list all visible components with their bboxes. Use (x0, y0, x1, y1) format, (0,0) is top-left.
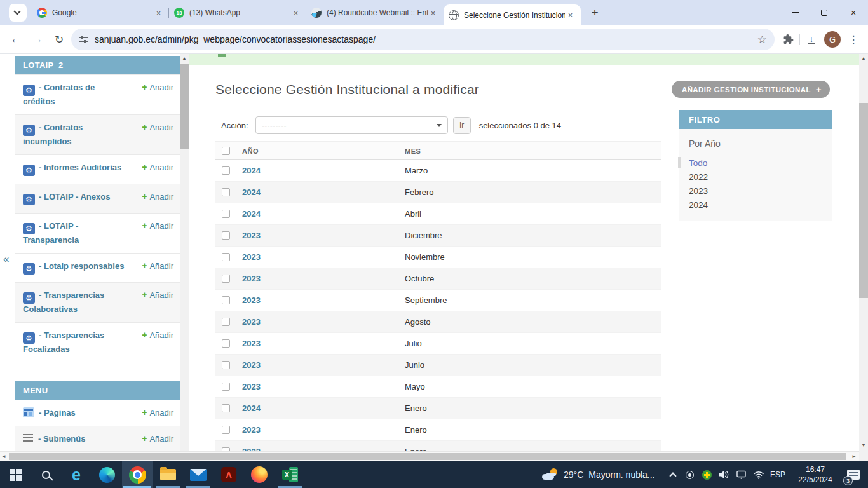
taskbar-edge[interactable] (92, 461, 122, 488)
filter-option-todo[interactable]: Todo (689, 156, 822, 170)
tray-antivirus-icon[interactable] (698, 461, 715, 488)
year-link[interactable]: 2023 (242, 247, 261, 268)
taskbar-firefox[interactable] (244, 461, 275, 488)
tab-google[interactable]: Google × (32, 0, 169, 25)
add-link[interactable]: +Añadir (142, 122, 173, 133)
taskbar-chrome[interactable] (122, 461, 153, 488)
tab-close-icon[interactable]: × (153, 8, 164, 18)
tab-close-icon[interactable]: × (428, 8, 438, 18)
scroll-right-arrow[interactable]: ► (851, 454, 857, 459)
tray-network-button[interactable] (750, 461, 767, 488)
row-checkbox[interactable] (222, 210, 230, 218)
row-checkbox[interactable] (222, 426, 230, 434)
select-all-checkbox[interactable] (222, 147, 230, 155)
tray-display-button[interactable] (733, 461, 750, 488)
year-link[interactable]: 2023 (242, 376, 261, 398)
taskbar-clock[interactable]: 16:47 22/5/2024 (791, 464, 839, 485)
tray-volume-button[interactable] (715, 461, 733, 488)
scrollbar-thumb[interactable] (859, 103, 868, 298)
sidebar-collapse-button[interactable]: « (3, 253, 9, 266)
model-link[interactable]: - Informes Auditorías (39, 163, 121, 172)
page-horizontal-scrollbar[interactable]: ◄ ► (0, 451, 859, 461)
tab-close-icon[interactable]: × (290, 8, 301, 18)
row-checkbox[interactable] (222, 274, 230, 283)
taskbar-acrobat[interactable]: Λ (214, 461, 244, 488)
row-checkbox[interactable] (222, 188, 230, 196)
taskbar-file-explorer[interactable] (153, 461, 183, 488)
page-vertical-scrollbar[interactable]: ▲ ▼ (859, 54, 868, 461)
close-window-button[interactable]: × (839, 0, 868, 25)
add-link[interactable]: +Añadir (142, 433, 173, 444)
scrollbar-thumb[interactable] (180, 64, 189, 149)
profile-avatar[interactable]: G (824, 31, 841, 48)
model-link[interactable]: - Páginas (39, 408, 76, 417)
row-checkbox[interactable] (222, 339, 230, 348)
tab-close-icon[interactable]: × (565, 10, 576, 20)
taskbar-mail[interactable] (183, 461, 214, 488)
row-checkbox[interactable] (222, 361, 230, 369)
row-checkbox[interactable] (222, 383, 230, 391)
scrollbar-thumb[interactable] (9, 453, 846, 460)
year-link[interactable]: 2024 (242, 203, 261, 225)
tray-expand-button[interactable] (664, 461, 681, 488)
scroll-up-arrow[interactable]: ▲ (859, 54, 868, 63)
weather-widget[interactable]: 29°C Mayorm. nubla... (542, 468, 664, 482)
tab-roundcube[interactable]: (4) Roundcube Webmail :: Entra × (306, 0, 444, 25)
year-link[interactable]: 2022 (242, 441, 261, 451)
maximize-button[interactable] (810, 0, 839, 25)
filter-option-2023[interactable]: 2023 (689, 184, 822, 198)
sidebar-section-lotaip2[interactable]: LOTAIP_2 (15, 56, 180, 74)
action-select[interactable]: --------- (255, 116, 448, 134)
minimize-button[interactable] (780, 0, 810, 25)
model-link[interactable]: - LOTAIP - Anexos (39, 192, 110, 201)
filter-option-2022[interactable]: 2022 (689, 170, 822, 184)
bookmark-star-icon[interactable]: ☆ (757, 33, 767, 46)
downloads-button[interactable]: ↓ (802, 29, 821, 50)
add-link[interactable]: +Añadir (142, 407, 173, 418)
scroll-down-arrow[interactable]: ▼ (859, 441, 868, 450)
refresh-button[interactable]: ↻ (48, 29, 70, 50)
year-link[interactable]: 2023 (242, 355, 261, 376)
language-indicator[interactable]: ESP (767, 470, 789, 479)
year-link[interactable]: 2023 (242, 311, 261, 333)
column-header-year[interactable]: AÑO (242, 142, 259, 161)
tab-search-button[interactable] (9, 4, 27, 22)
add-link[interactable]: +Añadir (142, 162, 173, 173)
taskbar-ie[interactable]: e (61, 461, 92, 488)
address-bar[interactable]: sanjuan.gob.ec/admin/pkg_webpage/convoca… (71, 29, 775, 50)
year-link[interactable]: 2023 (242, 290, 261, 311)
column-header-month[interactable]: MES (405, 142, 421, 161)
row-checkbox[interactable] (222, 231, 230, 240)
taskbar-excel[interactable]: X (275, 461, 305, 488)
tray-record-icon[interactable] (681, 461, 698, 488)
tab-active-admin[interactable]: Seleccione Gestión Institucional × (444, 4, 581, 25)
row-checkbox[interactable] (222, 253, 230, 261)
go-button[interactable]: Ir (453, 117, 471, 134)
scroll-left-arrow[interactable]: ◄ (1, 454, 6, 459)
model-link[interactable]: - Transparencias Focalizadas (23, 330, 104, 354)
model-link[interactable]: - Transparencias Colaborativas (23, 290, 104, 314)
taskbar-search-button[interactable] (31, 461, 61, 488)
model-link[interactable]: - Submenús (38, 434, 85, 444)
year-link[interactable]: 2023 (242, 225, 261, 247)
year-link[interactable]: 2023 (242, 333, 261, 355)
row-checkbox[interactable] (222, 166, 230, 175)
new-tab-button[interactable]: + (586, 4, 604, 22)
year-link[interactable]: 2024 (242, 182, 261, 203)
add-gestion-button[interactable]: AÑADIR GESTIÓN INSTITUCIONAL + (672, 81, 830, 98)
year-link[interactable]: 2024 (242, 160, 261, 182)
model-link[interactable]: - Lotaip responsables (39, 261, 124, 271)
tab-whatsapp[interactable]: 13 (13) WhatsApp × (169, 0, 306, 25)
url-text[interactable]: sanjuan.gob.ec/admin/pkg_webpage/convoca… (95, 34, 752, 44)
forward-button[interactable]: → (27, 29, 48, 50)
add-link[interactable]: +Añadir (142, 330, 173, 341)
extensions-button[interactable] (778, 29, 797, 50)
notification-center-button[interactable]: 3 (842, 461, 865, 488)
row-checkbox[interactable] (222, 404, 230, 412)
row-checkbox[interactable] (222, 318, 230, 326)
sidebar-section-menu[interactable]: MENU (15, 381, 180, 400)
scroll-up-arrow[interactable]: ▲ (180, 54, 189, 63)
site-settings-icon[interactable] (79, 35, 88, 44)
add-link[interactable]: +Añadir (142, 191, 173, 202)
back-button[interactable]: ← (5, 29, 27, 50)
